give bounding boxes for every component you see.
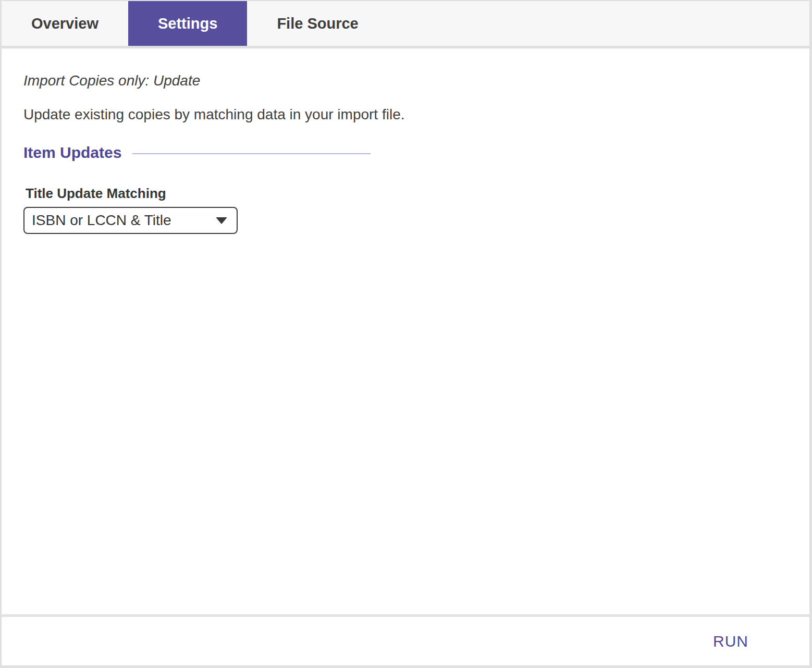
tab-overview[interactable]: Overview	[2, 1, 128, 46]
section-divider-line	[132, 153, 371, 154]
tab-settings[interactable]: Settings	[128, 1, 247, 46]
chevron-down-icon	[216, 217, 227, 224]
tab-file-source[interactable]: File Source	[247, 1, 388, 46]
import-mode-title: Import Copies only: Update	[23, 72, 788, 89]
title-update-matching-field: Title Update Matching ISBN or LCCN & Tit…	[23, 185, 788, 234]
import-mode-description: Update existing copies by matching data …	[23, 106, 788, 123]
title-update-matching-label: Title Update Matching	[26, 185, 788, 202]
tab-bar: Overview Settings File Source	[2, 1, 809, 48]
import-settings-page: Overview Settings File Source Import Cop…	[0, 0, 812, 668]
title-update-matching-selected-value: ISBN or LCCN & Title	[32, 212, 171, 229]
title-update-matching-select[interactable]: ISBN or LCCN & Title	[23, 207, 238, 234]
item-updates-heading: Item Updates	[23, 144, 121, 162]
item-updates-section-header: Item Updates	[23, 144, 788, 162]
settings-tab-content: Import Copies only: Update Update existi…	[2, 48, 809, 614]
footer-action-bar: RUN	[2, 614, 809, 665]
run-button[interactable]: RUN	[713, 633, 748, 650]
